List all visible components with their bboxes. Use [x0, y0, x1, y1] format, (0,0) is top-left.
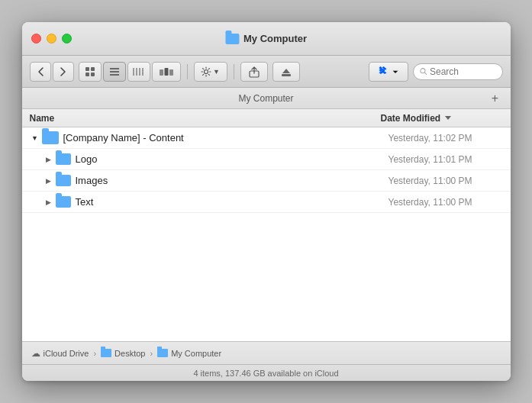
forward-button[interactable]: [53, 62, 74, 82]
close-button[interactable]: [31, 34, 41, 44]
file-date: Yesterday, 11:02 PM: [389, 133, 511, 143]
statusbar: 4 items, 137.46 GB available on iCloud: [22, 364, 511, 381]
breadcrumb-item[interactable]: Desktop: [101, 349, 145, 358]
svg-rect-13: [169, 69, 173, 76]
icon-view-button[interactable]: [79, 62, 102, 82]
statusbar-text: 4 items, 137.46 GB available on iCloud: [193, 369, 338, 378]
svg-rect-3: [91, 73, 95, 76]
expand-arrow[interactable]: ▶: [44, 154, 54, 165]
breadcrumb-item[interactable]: My Computer: [157, 349, 221, 358]
file-name: Images: [76, 175, 389, 186]
breadcrumb-arrow: ›: [150, 349, 153, 358]
breadcrumb: ☁ iCloud Drive › Desktop › My Computer: [22, 341, 511, 364]
column-headers: Name Date Modified: [22, 109, 511, 127]
svg-rect-12: [164, 68, 168, 76]
svg-line-18: [424, 73, 426, 74]
file-name: [Company Name] - Content: [63, 132, 389, 143]
breadcrumb-label: My Computer: [171, 349, 221, 358]
svg-rect-16: [282, 74, 291, 76]
toolbar-right: [369, 62, 503, 82]
cover-flow-button[interactable]: [152, 62, 181, 82]
file-name: Logo: [76, 153, 389, 165]
list-view-button[interactable]: [103, 62, 126, 82]
table-row[interactable]: ▶ Text Yesterday, 11:00 PM: [22, 192, 511, 213]
cloud-icon: ☁: [31, 348, 40, 359]
folder-icon: [157, 349, 168, 357]
breadcrumb-arrow: ›: [93, 349, 96, 358]
back-button[interactable]: [30, 62, 51, 82]
file-list: ▼ [Company Name] - Content Yesterday, 11…: [22, 127, 511, 341]
finder-window: My Computer: [22, 22, 511, 381]
breadcrumb-label: iCloud Drive: [44, 349, 89, 358]
toolbar: ▼: [22, 56, 511, 88]
separator2: [234, 64, 234, 79]
name-column-header: Name: [30, 113, 381, 124]
table-row[interactable]: ▶ Logo Yesterday, 11:01 PM: [22, 149, 511, 170]
window-title-area: My Computer: [225, 33, 307, 44]
expand-arrow[interactable]: ▶: [44, 176, 54, 186]
nav-buttons: [30, 62, 74, 82]
traffic-lights: [31, 34, 72, 44]
table-row[interactable]: ▼ [Company Name] - Content Yesterday, 11…: [22, 127, 511, 149]
folder-icon: [101, 349, 111, 357]
svg-rect-1: [91, 67, 95, 71]
minimize-button[interactable]: [47, 34, 56, 44]
search-icon: [420, 67, 427, 76]
svg-rect-2: [85, 73, 89, 76]
expand-arrow[interactable]: ▶: [44, 197, 54, 208]
column-view-button[interactable]: [127, 62, 150, 82]
pathbar: My Computer +: [22, 88, 511, 109]
breadcrumb-label: Desktop: [114, 349, 145, 358]
view-buttons: [79, 62, 181, 82]
date-column-header[interactable]: Date Modified: [381, 113, 503, 124]
file-date: Yesterday, 11:00 PM: [389, 197, 511, 208]
maximize-button[interactable]: [62, 34, 72, 44]
pathbar-title: My Computer: [45, 93, 488, 104]
share-button[interactable]: [240, 62, 268, 82]
svg-rect-0: [85, 67, 89, 71]
search-input[interactable]: [430, 66, 495, 77]
svg-point-17: [420, 69, 424, 73]
sort-indicator: [445, 116, 451, 120]
folder-icon: [56, 175, 71, 186]
separator1: [187, 64, 188, 79]
folder-icon: [42, 131, 59, 144]
title-folder-icon: [225, 34, 239, 44]
svg-point-14: [205, 69, 208, 73]
dropbox-button[interactable]: [369, 62, 408, 82]
action-button[interactable]: ▼: [194, 62, 227, 82]
file-date: Yesterday, 11:01 PM: [389, 154, 511, 165]
svg-rect-11: [160, 69, 163, 76]
file-date: Yesterday, 11:00 PM: [389, 176, 511, 186]
expand-arrow[interactable]: ▼: [30, 133, 40, 143]
folder-icon: [56, 196, 71, 208]
add-button[interactable]: +: [488, 91, 503, 106]
table-row[interactable]: ▶ Images Yesterday, 11:00 PM: [22, 170, 511, 192]
file-name: Text: [76, 196, 389, 208]
search-box[interactable]: [413, 63, 503, 80]
window-title: My Computer: [243, 33, 307, 44]
folder-icon: [56, 153, 71, 165]
breadcrumb-item[interactable]: ☁ iCloud Drive: [31, 348, 89, 359]
titlebar: My Computer: [22, 22, 511, 56]
eject-button[interactable]: [272, 62, 300, 82]
